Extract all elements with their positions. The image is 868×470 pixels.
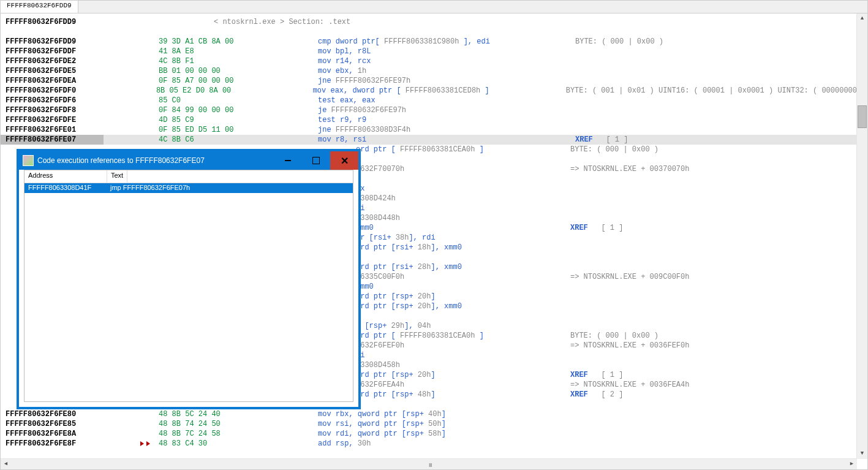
hex-bytes: 4C 8B F1 xyxy=(159,56,318,66)
instruction-partial: r [rsp+ 29h], 04h xyxy=(356,321,570,331)
instruction-partial: ax xyxy=(356,184,570,194)
hex-bytes: 48 8B 74 24 50 xyxy=(159,419,318,429)
scroll-up-button[interactable]: ▲ xyxy=(857,13,867,24)
disasm-row[interactable]: FFFFF80632F6FE010F 85 ED D5 11 00jne FFF… xyxy=(1,125,857,135)
instruction: add rsp, 30h xyxy=(318,439,371,448)
close-button[interactable]: ✕ xyxy=(330,151,358,170)
instruction-partial: ord ptr [rsp+ 20h] xyxy=(356,292,570,301)
address: FFFFF80632F6FDF6 xyxy=(1,96,104,105)
disasm-row[interactable]: FFFFF80632F6FDF80F 84 99 00 00 00je FFFF… xyxy=(1,105,857,115)
instruction-partial: 63308D448h xyxy=(356,213,570,223)
xref-info xyxy=(570,282,857,292)
disasm-row[interactable]: FFFFF80632F6FE074C 8B C6mov r8, rsiXREF … xyxy=(1,135,857,145)
disasm-row[interactable]: FFFFF80632F6FDE24C 8B F1mov r14, rcx xyxy=(1,56,857,66)
xref-info xyxy=(575,429,857,439)
col-address[interactable]: Address xyxy=(25,170,107,183)
disasm-row[interactable]: FFFFF80632F6FDD939 3D A1 CB 8A 00cmp dwo… xyxy=(1,37,857,47)
instruction: mov rdi, qword ptr [rsp+ 58h] xyxy=(318,430,446,438)
disasm-row[interactable]: FFFFF80632F6FDE5BB 01 00 00 00mov ebx, 1… xyxy=(1,66,857,76)
xref-info xyxy=(570,400,857,409)
address: FFFFF80632F6FE8A xyxy=(1,429,104,439)
instruction: mov bpl, r8L xyxy=(318,47,371,56)
xref-info: => NTOSKRNL.EXE + 00370070h xyxy=(570,164,857,174)
maximize-button[interactable] xyxy=(302,151,330,170)
address: FFFFF80632F6FDE2 xyxy=(1,56,104,66)
instruction-partial: ord ptr [rsi+ 28h], xmm0 xyxy=(356,262,570,272)
address: FFFFF80632F6FDDF xyxy=(1,47,104,56)
xref-text: jmp FFFFF80632F6FE07h xyxy=(107,183,194,193)
xref-info xyxy=(575,96,857,105)
disasm-row[interactable]: FFFFF80632F6FDF685 C0test eax, eax xyxy=(1,96,857,105)
disasm-row[interactable]: FFFFF80632F6FDF08B 05 E2 D0 8A 00mov eax… xyxy=(1,86,857,96)
dialog-icon xyxy=(23,155,34,166)
xref-info: => NTOSKRNL.EXE + 0036FEF0h xyxy=(570,341,857,351)
column-headers[interactable]: Address Text xyxy=(25,170,353,183)
xref-info xyxy=(575,56,857,66)
address: FFFFF80632F6FE01 xyxy=(1,125,104,135)
xref-link[interactable]: XREF xyxy=(575,135,593,144)
scroll-right-button[interactable]: ▶ xyxy=(847,459,857,469)
xref-info xyxy=(570,154,857,164)
xref-info xyxy=(570,184,857,194)
disasm-row[interactable]: FFFFF80632F6FDFE4D 85 C9test r9, r9 xyxy=(1,115,857,125)
disasm-row[interactable]: FFFFF80632F6FE8A48 8B 7C 24 58mov rdi, q… xyxy=(1,429,857,439)
control-flow xyxy=(104,56,159,66)
hex-bytes: 48 8B 5C 24 40 xyxy=(159,409,318,419)
xref-info xyxy=(570,321,857,331)
xref-info xyxy=(570,243,857,252)
xref-info xyxy=(575,419,857,429)
dialog-body: Address Text FFFFF8063308D41F jmp FFFFF8… xyxy=(24,170,353,402)
instruction-partial: ord ptr [ FFFFF8063381CEA0h ] xyxy=(356,145,570,154)
scroll-left-button[interactable]: ◀ xyxy=(1,459,11,469)
control-flow xyxy=(104,47,159,56)
scroll-thumb[interactable] xyxy=(858,105,867,128)
xref-link[interactable]: XREF xyxy=(570,224,588,232)
instruction-partial: ord ptr [ FFFFF8063381CEA0h ] xyxy=(356,331,570,341)
instruction: mov ebx, 1h xyxy=(318,67,366,75)
disasm-row[interactable]: FFFFF80632F6FDEA0F 85 A7 00 00 00jne FFF… xyxy=(1,76,857,86)
xref-address: FFFFF8063308D41F xyxy=(25,183,107,193)
control-flow xyxy=(104,37,159,47)
xref-row[interactable]: FFFFF8063308D41F jmp FFFFF80632F6FE07h xyxy=(25,183,353,193)
instruction: je FFFFF80632F6FE97h xyxy=(318,106,406,115)
scroll-tick: Ⅲ xyxy=(429,463,432,468)
disasm-row[interactable]: FFFFF80632F6FE8548 8B 74 24 50mov rsi, q… xyxy=(1,419,857,429)
xref-link[interactable]: XREF xyxy=(570,390,588,399)
dialog-titlebar[interactable]: Code execution references to FFFFF80632F… xyxy=(19,151,358,170)
instruction-partial: 0632F6FEA4h xyxy=(356,380,570,390)
hex-bytes: 4C 8B C6 xyxy=(159,135,318,145)
instruction: test eax, eax xyxy=(318,96,376,105)
minimize-button[interactable] xyxy=(274,151,302,170)
disasm-row[interactable]: FFFFF80632F6FE8048 8B 5C 24 40mov rbx, q… xyxy=(1,409,857,419)
instruction: mov r8, rsi xyxy=(318,135,366,144)
xref-info xyxy=(575,409,857,419)
xref-info: XREF [ 1 ] xyxy=(570,223,857,233)
control-flow xyxy=(104,439,159,449)
instruction-partial: 0632F70070h xyxy=(356,164,570,174)
xref-dialog[interactable]: Code execution references to FFFFF80632F… xyxy=(17,149,361,409)
xref-info xyxy=(570,360,857,370)
disasm-row[interactable]: FFFFF80632F6FDDF41 8A E8mov bpl, r8L xyxy=(1,47,857,56)
control-flow xyxy=(104,419,159,429)
xref-info xyxy=(575,125,857,135)
control-flow xyxy=(104,96,159,105)
instruction-partial: di xyxy=(356,203,570,213)
hex-bytes: 85 C0 xyxy=(159,96,318,105)
xref-link[interactable]: XREF xyxy=(570,371,588,379)
xref-info xyxy=(570,203,857,213)
col-text[interactable]: Text xyxy=(107,170,127,183)
address: FFFFF80632F6FDF0 xyxy=(1,86,102,96)
address: FFFFF80632F6FDE5 xyxy=(1,66,104,76)
hex-bytes: 8B 05 E2 D0 8A 00 xyxy=(156,86,313,96)
scroll-down-button[interactable]: ▼ xyxy=(857,449,867,459)
vertical-scrollbar[interactable]: ▲ ▼ xyxy=(856,13,867,459)
tab-disasm[interactable]: FFFFF80632F6FDD9 xyxy=(1,1,78,13)
hex-bytes: 4D 85 C9 xyxy=(159,115,318,125)
instruction-partial: 3308D424h xyxy=(356,194,570,203)
control-flow xyxy=(104,76,159,86)
horizontal-scrollbar[interactable]: ◀ Ⅲ ▶ xyxy=(1,458,857,469)
hex-bytes: 0F 84 99 00 00 00 xyxy=(159,105,318,115)
xref-info: XREF [ 1 ] xyxy=(575,135,857,145)
disasm-row[interactable]: FFFFF80632F6FE8F48 83 C4 30add rsp, 30h xyxy=(1,439,857,449)
instruction: jne FFFFF8063308D3F4h xyxy=(318,126,410,134)
